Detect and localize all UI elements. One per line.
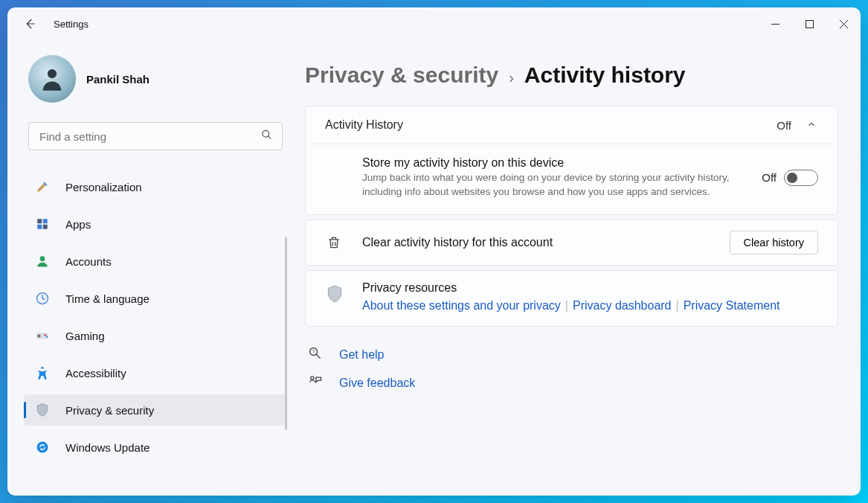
sidebar-scrollbar[interactable] bbox=[285, 237, 287, 430]
give-feedback-link[interactable]: Give feedback bbox=[308, 374, 838, 392]
apps-icon bbox=[34, 216, 51, 232]
person-icon bbox=[34, 253, 51, 269]
window-title: Settings bbox=[54, 19, 89, 30]
store-activity-row: Store my activity history on this device… bbox=[306, 144, 838, 214]
sidebar-item-accessibility[interactable]: Accessibility bbox=[24, 357, 287, 388]
store-activity-desc: Jump back into what you were doing on yo… bbox=[362, 171, 739, 199]
svg-rect-7 bbox=[43, 225, 48, 229]
store-activity-toggle-wrap: Off bbox=[762, 170, 818, 186]
help-icon: ? bbox=[308, 346, 324, 364]
person-icon bbox=[36, 63, 68, 94]
clear-history-card: Clear activity history for this account … bbox=[305, 220, 838, 266]
sidebar-item-time-language[interactable]: Time & language bbox=[24, 283, 287, 314]
svg-point-2 bbox=[48, 69, 57, 78]
title-bar: Settings bbox=[7, 7, 861, 40]
accessibility-icon bbox=[34, 365, 51, 381]
sidebar-item-accounts[interactable]: Accounts bbox=[24, 246, 287, 277]
back-button[interactable] bbox=[15, 9, 45, 39]
minimize-button[interactable] bbox=[758, 12, 792, 36]
nav-label: Accounts bbox=[65, 255, 112, 268]
chevron-right-icon: › bbox=[509, 69, 514, 86]
svg-point-17 bbox=[311, 377, 314, 379]
svg-rect-5 bbox=[43, 219, 48, 223]
link-about-settings-privacy[interactable]: About these settings and your privacy bbox=[362, 299, 561, 313]
settings-window: Settings Pankil Shah bbox=[7, 7, 861, 496]
sidebar: Pankil Shah Personalization Apps bbox=[7, 40, 298, 496]
breadcrumb: Privacy & security › Activity history bbox=[305, 63, 838, 88]
activity-history-card: Activity History Off Store my activity h… bbox=[305, 106, 838, 215]
store-activity-toggle[interactable] bbox=[784, 170, 818, 186]
nav-label: Time & language bbox=[65, 292, 150, 305]
clear-history-row: Clear activity history for this account … bbox=[306, 220, 838, 265]
svg-text:?: ? bbox=[312, 349, 315, 354]
svg-rect-4 bbox=[37, 219, 42, 223]
back-arrow-icon bbox=[23, 17, 36, 31]
store-activity-title: Store my activity history on this device bbox=[362, 156, 739, 170]
divider: | bbox=[565, 299, 568, 313]
gamepad-icon bbox=[34, 327, 51, 344]
nav-wrap: Personalization Apps Accounts Time & lan… bbox=[24, 171, 287, 496]
shield-icon bbox=[325, 281, 346, 307]
link-privacy-dashboard[interactable]: Privacy dashboard bbox=[573, 299, 672, 313]
sidebar-item-personalization[interactable]: Personalization bbox=[24, 171, 287, 202]
card-state: Off bbox=[777, 119, 791, 132]
svg-point-12 bbox=[46, 336, 48, 337]
svg-point-13 bbox=[41, 367, 43, 369]
svg-rect-1 bbox=[806, 20, 813, 28]
shield-icon bbox=[34, 402, 51, 418]
clear-history-label: Clear activity history for this account bbox=[362, 236, 730, 249]
clear-history-button[interactable]: Clear history bbox=[730, 231, 818, 254]
svg-point-11 bbox=[44, 334, 45, 336]
privacy-resources-links: About these settings and your privacy | … bbox=[362, 299, 779, 313]
footer-links: ? Get help Give feedback bbox=[305, 346, 838, 392]
breadcrumb-parent[interactable]: Privacy & security bbox=[305, 63, 498, 88]
nav-label: Windows Update bbox=[65, 441, 150, 454]
svg-point-14 bbox=[37, 442, 48, 453]
feedback-icon bbox=[308, 374, 324, 392]
privacy-resources-card: Privacy resources About these settings a… bbox=[305, 270, 838, 327]
maximize-icon bbox=[806, 20, 814, 28]
profile[interactable]: Pankil Shah bbox=[24, 55, 287, 103]
chevron-up-icon bbox=[806, 119, 818, 131]
svg-rect-0 bbox=[771, 24, 779, 25]
get-help-label: Get help bbox=[339, 348, 384, 362]
search-box bbox=[24, 122, 287, 150]
trash-icon bbox=[325, 235, 343, 250]
sidebar-item-apps[interactable]: Apps bbox=[24, 208, 287, 240]
toggle-state-label: Off bbox=[762, 171, 777, 184]
search-input[interactable] bbox=[28, 122, 283, 150]
minimize-icon bbox=[771, 20, 779, 28]
activity-history-expander[interactable]: Activity History Off bbox=[306, 106, 838, 144]
privacy-resources-body: Privacy resources About these settings a… bbox=[362, 281, 779, 313]
window-controls bbox=[758, 12, 861, 36]
nav-label: Personalization bbox=[65, 181, 142, 193]
store-activity-text: Store my activity history on this device… bbox=[362, 156, 762, 199]
clock-globe-icon bbox=[34, 290, 51, 307]
paintbrush-icon bbox=[34, 179, 51, 195]
get-help-link[interactable]: ? Get help bbox=[308, 346, 838, 364]
close-button[interactable] bbox=[826, 12, 861, 36]
svg-point-8 bbox=[40, 256, 45, 261]
avatar bbox=[28, 55, 76, 103]
nav-label: Privacy & security bbox=[65, 404, 154, 417]
link-privacy-statement[interactable]: Privacy Statement bbox=[684, 299, 780, 313]
privacy-resources-title: Privacy resources bbox=[362, 281, 779, 295]
page-title: Activity history bbox=[524, 63, 686, 88]
nav-label: Apps bbox=[65, 218, 91, 231]
sidebar-item-privacy-security[interactable]: Privacy & security bbox=[24, 394, 287, 426]
nav-label: Gaming bbox=[65, 330, 105, 342]
svg-rect-6 bbox=[37, 225, 42, 229]
maximize-button[interactable] bbox=[792, 12, 826, 36]
window-body: Pankil Shah Personalization Apps bbox=[7, 40, 861, 496]
nav-list: Personalization Apps Accounts Time & lan… bbox=[24, 171, 287, 469]
card-title: Activity History bbox=[325, 118, 403, 132]
update-icon bbox=[34, 439, 51, 455]
main-content: Privacy & security › Activity history Ac… bbox=[298, 40, 861, 496]
give-feedback-label: Give feedback bbox=[339, 377, 415, 390]
sidebar-item-windows-update[interactable]: Windows Update bbox=[24, 432, 287, 463]
sidebar-item-gaming[interactable]: Gaming bbox=[24, 320, 287, 351]
nav-label: Accessibility bbox=[65, 367, 126, 379]
profile-name: Pankil Shah bbox=[86, 73, 150, 86]
divider: | bbox=[676, 299, 679, 313]
close-icon bbox=[840, 20, 848, 28]
